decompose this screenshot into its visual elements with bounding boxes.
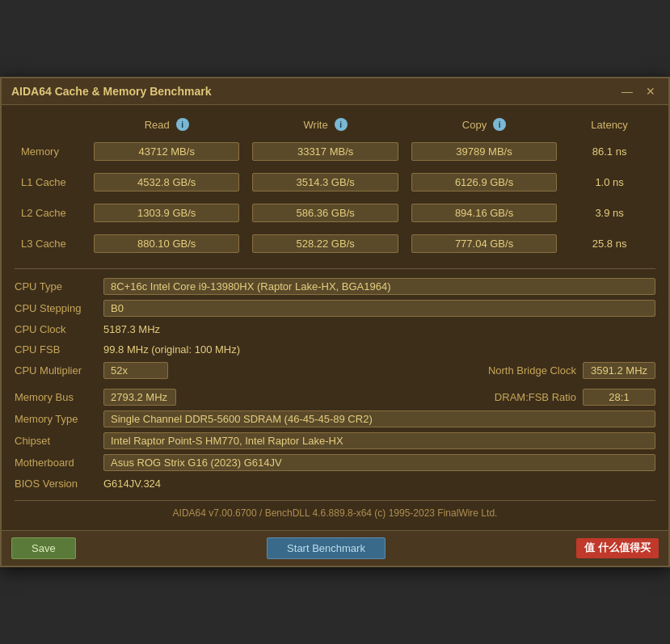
title-bar-controls: — ✕ — [618, 86, 659, 97]
latency-cell: 25.8 ns — [563, 228, 655, 259]
cpu-type-value: 8C+16c Intel Core i9-13980HX (Raptor Lak… — [103, 278, 655, 295]
start-benchmark-button[interactable]: Start Benchmark — [267, 537, 386, 559]
read-info-icon[interactable]: i — [176, 118, 189, 131]
footer-info: AIDA64 v7.00.6700 / BenchDLL 4.6.889.8-x… — [15, 500, 655, 522]
row-label-l2-cache: L2 Cache — [15, 197, 87, 228]
title-bar: AIDA64 Cache & Memory Benchmark — ✕ — [2, 78, 668, 105]
chipset-label: Chipset — [15, 435, 103, 447]
row-label-l3-cache: L3 Cache — [15, 228, 87, 259]
cpu-clock-value: 5187.3 MHz — [103, 322, 655, 337]
write-cell: 586.36 GB/s — [246, 197, 404, 228]
empty-header — [15, 113, 87, 136]
dram-fsb-value: 28:1 — [583, 389, 655, 406]
north-bridge-label: North Bridge Clock — [488, 364, 576, 377]
latency-cell: 86.1 ns — [563, 136, 655, 166]
table-row: Memory 43712 MB/s 33317 MB/s 39789 MB/s … — [15, 136, 655, 166]
copy-info-icon[interactable]: i — [493, 118, 506, 131]
watermark-line1: 值 什么值得买 — [584, 541, 651, 555]
write-info-icon[interactable]: i — [335, 118, 348, 131]
cpu-multiplier-row: CPU Multiplier 52x North Bridge Clock 35… — [15, 360, 655, 381]
memory-type-value: Single Channel DDR5-5600 SDRAM (46-45-45… — [103, 410, 655, 427]
cpu-clock-label: CPU Clock — [15, 323, 103, 335]
cpu-multiplier-value: 52x — [103, 362, 168, 379]
read-header: Read i — [87, 113, 246, 136]
read-cell: 1303.9 GB/s — [87, 197, 246, 228]
dram-fsb-label: DRAM:FSB Ratio — [495, 391, 576, 403]
memory-bus-label: Memory Bus — [15, 391, 103, 403]
memory-type-label: Memory Type — [15, 413, 103, 425]
motherboard-label: Motherboard — [15, 457, 103, 469]
cpu-stepping-value: B0 — [103, 300, 655, 317]
copy-cell: 6126.9 GB/s — [405, 166, 563, 197]
table-row: L3 Cache 880.10 GB/s 528.22 GB/s 777.04 … — [15, 228, 655, 259]
cpu-stepping-label: CPU Stepping — [15, 302, 103, 314]
latency-header: Latency — [563, 113, 655, 136]
chipset-value: Intel Raptor Point-S HM770, Intel Raptor… — [103, 432, 655, 449]
row-label-l1-cache: L1 Cache — [15, 166, 87, 197]
memory-type-row: Memory Type Single Channel DDR5-5600 SDR… — [15, 408, 655, 430]
minimize-button[interactable]: — — [618, 86, 636, 97]
memory-bus-row: Memory Bus 2793.2 MHz DRAM:FSB Ratio 28:… — [15, 386, 655, 408]
north-bridge-right: North Bridge Clock 3591.2 MHz — [488, 362, 655, 379]
save-button[interactable]: Save — [11, 537, 76, 559]
info-section: CPU Type 8C+16c Intel Core i9-13980HX (R… — [15, 268, 655, 494]
window-title: AIDA64 Cache & Memory Benchmark — [11, 85, 211, 98]
memory-bus-left: Memory Bus 2793.2 MHz — [15, 389, 488, 406]
cpu-stepping-row: CPU Stepping B0 — [15, 297, 655, 319]
bios-row: BIOS Version G614JV.324 — [15, 474, 655, 494]
cpu-multiplier-left: CPU Multiplier 52x — [15, 362, 482, 379]
motherboard-row: Motherboard Asus ROG Strix G16 (2023) G6… — [15, 452, 655, 474]
cpu-fsb-label: CPU FSB — [15, 343, 103, 356]
bios-value: G614JV.324 — [103, 476, 655, 491]
write-cell: 528.22 GB/s — [246, 228, 404, 259]
watermark: 值 什么值得买 — [576, 538, 659, 558]
read-cell: 880.10 GB/s — [87, 228, 246, 259]
motherboard-value: Asus ROG Strix G16 (2023) G614JV — [103, 454, 655, 471]
table-row: L1 Cache 4532.8 GB/s 3514.3 GB/s 6126.9 … — [15, 166, 655, 197]
write-header: Write i — [246, 113, 404, 136]
copy-cell: 894.16 GB/s — [405, 197, 563, 228]
cpu-multiplier-label: CPU Multiplier — [15, 364, 103, 377]
chipset-row: Chipset Intel Raptor Point-S HM770, Inte… — [15, 430, 655, 452]
bios-label: BIOS Version — [15, 478, 103, 490]
cpu-fsb-row: CPU FSB 99.8 MHz (original: 100 MHz) — [15, 339, 655, 360]
read-cell: 4532.8 GB/s — [87, 166, 246, 197]
cpu-clock-row: CPU Clock 5187.3 MHz — [15, 319, 655, 339]
copy-header: Copy i — [405, 113, 563, 136]
main-content: Read i Write i Copy i — [2, 105, 668, 530]
cpu-fsb-value: 99.8 MHz (original: 100 MHz) — [103, 342, 655, 357]
button-bar: Save Start Benchmark 值 什么值得买 — [2, 530, 668, 566]
copy-cell: 777.04 GB/s — [405, 228, 563, 259]
main-window: AIDA64 Cache & Memory Benchmark — ✕ Read… — [0, 77, 670, 567]
table-row: L2 Cache 1303.9 GB/s 586.36 GB/s 894.16 … — [15, 197, 655, 228]
dram-fsb-right: DRAM:FSB Ratio 28:1 — [495, 389, 655, 406]
read-cell: 43712 MB/s — [87, 136, 246, 166]
copy-cell: 39789 MB/s — [405, 136, 563, 166]
cpu-type-row: CPU Type 8C+16c Intel Core i9-13980HX (R… — [15, 276, 655, 297]
cpu-type-label: CPU Type — [15, 280, 103, 293]
write-cell: 33317 MB/s — [246, 136, 404, 166]
memory-bus-value: 2793.2 MHz — [103, 389, 176, 406]
close-button[interactable]: ✕ — [643, 86, 659, 97]
latency-cell: 3.9 ns — [563, 197, 655, 228]
benchmark-table: Read i Write i Copy i — [15, 113, 655, 259]
write-cell: 3514.3 GB/s — [246, 166, 404, 197]
latency-cell: 1.0 ns — [563, 166, 655, 197]
row-label-memory: Memory — [15, 136, 87, 166]
north-bridge-value: 3591.2 MHz — [583, 362, 655, 379]
